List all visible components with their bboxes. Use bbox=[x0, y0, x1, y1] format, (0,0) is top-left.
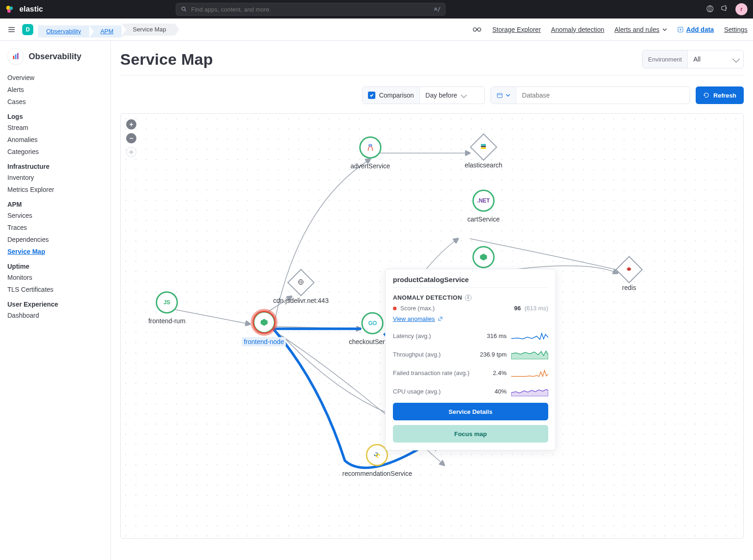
svg-marker-30 bbox=[480, 254, 487, 261]
sidebar-heading-uptime: Uptime bbox=[7, 263, 103, 270]
svg-point-3 bbox=[182, 7, 185, 10]
svg-rect-19 bbox=[497, 93, 502, 98]
sidebar-item-cases[interactable]: Cases bbox=[7, 98, 26, 105]
breadcrumb-apm[interactable]: APM bbox=[89, 25, 122, 37]
search-kbd-hint: ⌘/ bbox=[434, 6, 441, 12]
comparison-range-select[interactable]: Day before bbox=[420, 87, 484, 104]
main-content: Service Map Environment All Comparison D… bbox=[111, 41, 753, 560]
sidebar-item-services[interactable]: Services bbox=[7, 212, 32, 219]
breadcrumb-observability[interactable]: Observability bbox=[38, 25, 89, 37]
date-picker bbox=[490, 86, 690, 104]
node-frontend-node[interactable]: frontend-node bbox=[242, 311, 286, 346]
node-frontend-rum[interactable]: JSfrontend-rum bbox=[148, 291, 185, 325]
date-picker-button[interactable] bbox=[491, 87, 516, 104]
link-anomaly-detection[interactable]: Anomaly detection bbox=[551, 26, 604, 33]
sidebar-item-anomalies[interactable]: Anomalies bbox=[7, 136, 37, 143]
environment-select[interactable]: Environment All bbox=[642, 50, 744, 68]
plus-circle-icon bbox=[677, 26, 684, 33]
sidebar-heading-apm: APM bbox=[7, 201, 103, 208]
sparkline-latency bbox=[511, 331, 548, 341]
svg-rect-27 bbox=[481, 144, 486, 145]
comparison-control: Comparison Day before bbox=[362, 86, 485, 104]
comparison-toggle[interactable]: Comparison bbox=[362, 87, 420, 104]
link-add-data[interactable]: Add data bbox=[677, 26, 714, 33]
refresh-button[interactable]: Refresh bbox=[696, 86, 744, 104]
environment-value[interactable]: All bbox=[688, 55, 743, 63]
popover-title: productCatalogService bbox=[393, 276, 548, 288]
sidebar-heading-logs: Logs bbox=[7, 113, 103, 120]
checkbox-checked-icon bbox=[368, 92, 375, 99]
sidebar-item-alerts[interactable]: Alerts bbox=[7, 86, 24, 93]
sidebar-heading-infrastructure: Infrastructure bbox=[7, 163, 103, 170]
app-header: D Observability APM Service Map Storage … bbox=[0, 18, 753, 41]
glasses-icon[interactable] bbox=[472, 24, 482, 35]
space-badge[interactable]: D bbox=[22, 24, 33, 35]
node-elasticsearch[interactable]: elasticsearch bbox=[465, 137, 502, 169]
elastic-logo-icon bbox=[6, 5, 14, 13]
node-cdn[interactable]: cdn.jsdelivr.net:443 bbox=[273, 273, 329, 304]
query-input[interactable] bbox=[516, 87, 690, 104]
external-link-icon bbox=[438, 316, 443, 321]
link-alerts-rules[interactable]: Alerts and rules bbox=[614, 26, 667, 33]
news-icon[interactable] bbox=[721, 5, 729, 14]
metric-cpu: CPU usage (avg.) 40% bbox=[393, 386, 548, 396]
score-value: 96 bbox=[514, 305, 520, 312]
sparkline-throughput bbox=[511, 349, 548, 359]
svg-point-12 bbox=[478, 28, 481, 31]
svg-rect-16 bbox=[13, 56, 14, 60]
sidebar-item-monitors[interactable]: Monitors bbox=[7, 274, 32, 281]
sidebar-item-service-map[interactable]: Service Map bbox=[7, 248, 45, 255]
global-search-input[interactable] bbox=[191, 6, 430, 13]
sidebar-item-dependencies[interactable]: Dependencies bbox=[7, 236, 49, 243]
elasticsearch-icon bbox=[480, 143, 487, 152]
sidebar-item-inventory[interactable]: Inventory bbox=[7, 174, 34, 181]
service-popover: productCatalogService ANOMALY DETECTIONi… bbox=[385, 269, 556, 450]
service-details-button[interactable]: Service Details bbox=[393, 403, 548, 420]
node-cartservice[interactable]: .NETcartService bbox=[467, 190, 500, 223]
user-avatar[interactable]: r bbox=[735, 3, 747, 15]
link-storage-explorer[interactable]: Storage Explorer bbox=[492, 26, 541, 33]
environment-label: Environment bbox=[643, 50, 688, 68]
node-unknown-green[interactable] bbox=[472, 246, 495, 268]
svg-point-2 bbox=[7, 9, 11, 13]
svg-point-31 bbox=[299, 279, 304, 284]
filter-bar: Comparison Day before Refresh bbox=[120, 86, 744, 104]
query-input-field[interactable] bbox=[522, 92, 684, 99]
service-map-canvas[interactable]: + − bbox=[120, 113, 744, 539]
sidebar-item-categories[interactable]: Categories bbox=[7, 148, 39, 155]
sidebar-item-overview[interactable]: Overview bbox=[7, 74, 34, 81]
search-icon bbox=[181, 6, 187, 12]
help-icon[interactable] bbox=[706, 5, 714, 14]
sidebar-item-stream[interactable]: Stream bbox=[7, 124, 28, 131]
sidebar-item-tls-certificates[interactable]: TLS Certificates bbox=[7, 286, 54, 293]
sidebar-title: Observability bbox=[29, 52, 81, 62]
node-advertservice[interactable]: advertService bbox=[350, 136, 390, 170]
sidebar-item-metrics-explorer[interactable]: Metrics Explorer bbox=[7, 186, 54, 193]
svg-rect-29 bbox=[481, 148, 486, 149]
svg-point-26 bbox=[369, 144, 372, 146]
metric-throughput: Throughput (avg.) 236.9 tpm bbox=[393, 349, 548, 359]
link-settings[interactable]: Settings bbox=[724, 26, 747, 33]
sparkline-failed bbox=[511, 368, 548, 378]
score-range: (613 ms) bbox=[525, 305, 548, 312]
observability-icon bbox=[7, 48, 24, 65]
sidebar: Observability Overview Alerts Cases Logs… bbox=[0, 41, 111, 560]
breadcrumb: Observability APM Service Map bbox=[38, 22, 175, 37]
sidebar-heading-user-experience: User Experience bbox=[7, 301, 103, 308]
redis-icon bbox=[625, 265, 633, 274]
sidebar-item-traces[interactable]: Traces bbox=[7, 224, 27, 231]
svg-point-1 bbox=[9, 6, 13, 10]
view-anomalies-link[interactable]: View anomalies bbox=[393, 315, 443, 322]
node-redis[interactable]: redis bbox=[619, 260, 639, 291]
metric-failed-rate: Failed transaction rate (avg.) 2.4% bbox=[393, 368, 548, 378]
popover-section-heading: ANOMALY DETECTIONi bbox=[393, 294, 548, 301]
nav-toggle-button[interactable] bbox=[6, 24, 18, 36]
svg-point-11 bbox=[473, 28, 477, 31]
calendar-icon bbox=[496, 92, 503, 98]
global-search[interactable]: ⌘/ bbox=[176, 3, 446, 16]
info-icon[interactable]: i bbox=[465, 295, 471, 301]
sidebar-item-dashboard[interactable]: Dashboard bbox=[7, 312, 39, 319]
focus-map-button[interactable]: Focus map bbox=[393, 425, 548, 443]
svg-rect-28 bbox=[481, 146, 486, 147]
metric-latency: Latency (avg.) 316 ms bbox=[393, 331, 548, 341]
